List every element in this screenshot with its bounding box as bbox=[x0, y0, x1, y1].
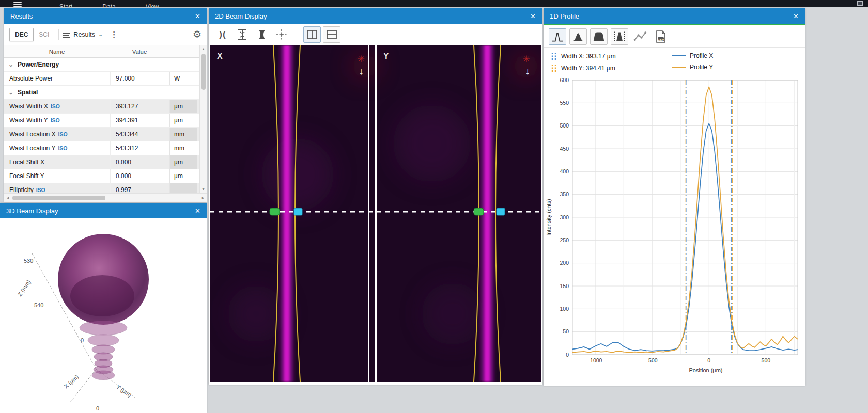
gear-icon[interactable]: ⚙ bbox=[193, 28, 202, 40]
marker-cyan-x[interactable] bbox=[294, 208, 302, 215]
down-arrow-icon: ↓ bbox=[359, 65, 364, 76]
caustic-view-button[interactable]: )( bbox=[214, 26, 231, 43]
flattop-fill-icon bbox=[592, 30, 606, 43]
close-icon[interactable]: ✕ bbox=[530, 12, 536, 20]
pane-label-x: X bbox=[217, 52, 223, 60]
vertical-scrollbar[interactable]: ▴ ▾ bbox=[199, 45, 207, 193]
x-axis-label: X (µm) bbox=[63, 373, 80, 389]
results-data-row[interactable]: Focal Shift X0.000µm bbox=[4, 155, 207, 169]
scroll-left-icon[interactable]: ◂ bbox=[4, 195, 11, 200]
results-dropdown-label: Results bbox=[73, 31, 95, 38]
close-icon[interactable]: ✕ bbox=[195, 12, 200, 20]
split-vertical-button[interactable] bbox=[303, 26, 321, 43]
profile-y-swatch bbox=[672, 66, 686, 69]
results-group-row[interactable]: ⌄Spatial bbox=[4, 86, 207, 100]
origin-tick: 0 bbox=[96, 405, 99, 411]
scroll-up-icon[interactable]: ▴ bbox=[202, 45, 204, 53]
chevron-down-icon: ⌄ bbox=[98, 31, 103, 38]
scrollbar-thumb[interactable] bbox=[202, 54, 206, 90]
beam3d-view[interactable]: 530 540 0 Z (mm) X (µm) Y (µm) 0 bbox=[0, 218, 207, 413]
profile1d-toolbar: CSV bbox=[544, 25, 805, 48]
split-horizontal-button[interactable] bbox=[323, 26, 340, 43]
horizontal-scrollbar[interactable]: ◂ ▸ bbox=[4, 193, 207, 202]
results-table: Name Value ⌄Power/EnergyAbsolute Power97… bbox=[4, 45, 207, 193]
scroll-down-icon[interactable]: ▾ bbox=[202, 186, 204, 193]
results-data-row[interactable]: Focal Shift Y0.000µm bbox=[4, 169, 207, 183]
beam2d-panel: 2D Beam Display ✕ )( bbox=[209, 8, 542, 385]
menu-item-start[interactable]: Start bbox=[59, 0, 72, 7]
beam-waist-button[interactable] bbox=[253, 26, 271, 43]
beam2d-view[interactable]: X Y ✳ ✳ ↓ ↓ bbox=[209, 45, 542, 382]
row-name: Absolute Power bbox=[9, 75, 53, 82]
z-axis-label: Z (mm) bbox=[17, 279, 32, 297]
profile-chart[interactable]: 050100150200250300350400450500550600-100… bbox=[544, 73, 805, 380]
scroll-right-icon[interactable]: ▸ bbox=[199, 195, 207, 200]
window-icon[interactable] bbox=[857, 1, 863, 6]
svg-text:250: 250 bbox=[560, 237, 569, 243]
results-data-row[interactable]: Waist Width YISO394.391µm bbox=[4, 114, 207, 128]
menu-item-data[interactable]: Data bbox=[102, 0, 115, 7]
results-dropdown[interactable]: Results ⌄ bbox=[63, 31, 103, 38]
results-panel: Results ✕ DEC SCI Results ⌄ ⋮ ⚙ Name Val… bbox=[4, 8, 207, 202]
svg-text:400: 400 bbox=[560, 168, 569, 174]
row-value: 393.127 bbox=[110, 100, 169, 113]
beam-waist-icon bbox=[256, 28, 268, 41]
line-points-button[interactable] bbox=[631, 28, 649, 45]
chevron-down-icon[interactable]: ⌄ bbox=[8, 89, 13, 96]
row-name: Waist Width X bbox=[9, 103, 48, 110]
scrollbar-thumb[interactable] bbox=[12, 196, 105, 200]
close-icon[interactable]: ✕ bbox=[793, 12, 799, 20]
pane-divider[interactable] bbox=[368, 45, 369, 382]
width-marker-orange-icon bbox=[551, 64, 557, 72]
svg-text:500: 500 bbox=[762, 357, 771, 363]
split-vertical-icon bbox=[306, 29, 318, 40]
results-group-row[interactable]: ⌄Power/Energy bbox=[4, 58, 207, 72]
csv-icon: CSV bbox=[655, 30, 667, 43]
results-data-row[interactable]: Absolute Power97.000W bbox=[4, 72, 207, 86]
pane-divider[interactable] bbox=[375, 45, 377, 382]
marker-cyan-y[interactable] bbox=[497, 208, 505, 215]
marker-green-y[interactable] bbox=[474, 208, 484, 215]
legend-width-y: Width Y: 394.41 µm bbox=[551, 64, 672, 72]
sci-tab[interactable]: SCI bbox=[34, 28, 54, 41]
chevron-down-icon[interactable]: ⌄ bbox=[8, 61, 13, 68]
profile-outline-button[interactable] bbox=[549, 28, 566, 45]
menu-item-view[interactable]: View bbox=[146, 0, 159, 7]
col-header-name[interactable]: Name bbox=[4, 45, 110, 57]
row-name: Focal Shift X bbox=[9, 158, 44, 166]
profile1d-titlebar[interactable]: 1D Profile ✕ bbox=[544, 8, 805, 24]
beam-stripe-x bbox=[277, 45, 296, 382]
iso-badge: ISO bbox=[58, 131, 68, 137]
close-icon[interactable]: ✕ bbox=[195, 207, 200, 215]
crosshair-icon bbox=[275, 28, 288, 41]
dec-tab[interactable]: DEC bbox=[9, 28, 34, 41]
gaussian-fill-icon bbox=[571, 30, 585, 43]
row-value: 543.344 bbox=[110, 128, 169, 141]
flattop-fill-button[interactable] bbox=[590, 28, 608, 45]
beam2d-titlebar[interactable]: 2D Beam Display ✕ bbox=[209, 8, 542, 24]
crosshair-button[interactable] bbox=[273, 26, 290, 43]
beam3d-titlebar[interactable]: 3D Beam Display ✕ bbox=[0, 203, 207, 218]
row-unit: W bbox=[169, 72, 197, 85]
export-csv-button[interactable]: CSV bbox=[652, 28, 670, 45]
peak-width-button[interactable] bbox=[611, 28, 628, 45]
pane-label-y: Y bbox=[383, 52, 389, 60]
col-header-value[interactable]: Value bbox=[110, 45, 169, 57]
results-data-row[interactable]: Waist Width XISO393.127µm bbox=[4, 100, 207, 114]
results-data-row[interactable]: EllipticityISO0.997 bbox=[4, 183, 207, 193]
results-data-row[interactable]: Waist Location YISO543.312mm bbox=[4, 141, 207, 155]
results-titlebar[interactable]: Results ✕ bbox=[4, 8, 207, 24]
svg-text:CSV: CSV bbox=[658, 38, 664, 41]
beam3d-panel: 3D Beam Display ✕ bbox=[0, 203, 207, 413]
beam-width-button[interactable] bbox=[234, 26, 251, 43]
gaussian-fill-button[interactable] bbox=[569, 28, 587, 45]
row-name: Waist Location X bbox=[9, 131, 56, 138]
profile-legend: Width X: 393.17 µm Width Y: 394.41 µm Pr… bbox=[544, 48, 805, 73]
hamburger-menu-icon[interactable] bbox=[13, 1, 22, 7]
kebab-menu-icon[interactable]: ⋮ bbox=[110, 30, 118, 39]
results-data-row[interactable]: Waist Location XISO543.344mm bbox=[4, 128, 207, 141]
svg-text:600: 600 bbox=[560, 77, 569, 83]
marker-green-x[interactable] bbox=[270, 208, 280, 215]
beam2d-toolbar: )( bbox=[209, 24, 542, 45]
row-value: 97.000 bbox=[110, 72, 169, 85]
